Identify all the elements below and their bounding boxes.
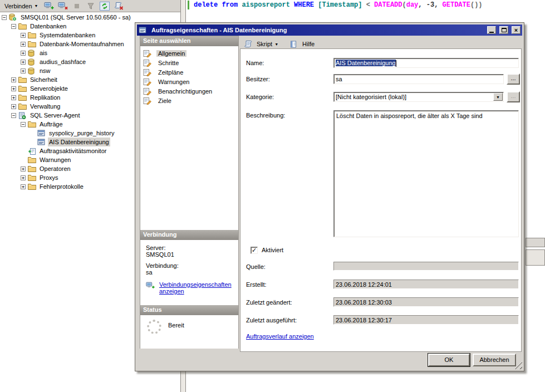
tree-item-label[interactable]: Proxys [38, 173, 60, 182]
expand-icon[interactable]: + [21, 33, 26, 38]
help-button[interactable]: Hilfe [288, 40, 316, 48]
expand-icon[interactable]: + [21, 166, 26, 171]
sidebar-page-label[interactable]: Zeitpläne [156, 69, 185, 76]
close-icon: × [514, 27, 518, 33]
expand-icon[interactable]: + [21, 51, 26, 56]
expand-icon[interactable]: + [11, 77, 16, 82]
connect-icon[interactable] [43, 1, 55, 11]
disconnect-icon[interactable] [57, 1, 68, 11]
name-value: AIS Datenbereinigung [336, 60, 396, 66]
category-browse-button[interactable]: ... [507, 91, 520, 102]
modified-field: 23.06.2018 12:30:03 [333, 297, 519, 307]
tree-item-label[interactable]: Verwaltung [29, 102, 61, 111]
name-input[interactable]: AIS Datenbereinigung [333, 58, 519, 68]
stop-icon[interactable] [71, 1, 82, 11]
collapse-icon[interactable]: − [11, 113, 16, 118]
indent-spacer [30, 131, 35, 136]
sidebar-page-zeitpläne[interactable]: Zeitpläne [140, 67, 238, 77]
expand-icon[interactable]: + [21, 175, 26, 180]
expand-icon[interactable]: + [11, 104, 16, 109]
tree-item[interactable]: −SMSQL01 (SQL Server 10.50.6560 - sa) [0, 13, 180, 22]
sql-token: GETDATE [443, 1, 470, 9]
expand-icon[interactable]: + [21, 68, 26, 74]
page-edit-icon [143, 50, 152, 57]
owner-value: sa [336, 76, 342, 82]
tree-item-label[interactable]: Datenbank-Momentaufnahmen [38, 40, 125, 48]
collapse-icon[interactable]: − [2, 15, 7, 20]
enabled-checkbox[interactable]: ✓ [251, 247, 258, 254]
folder-icon [18, 102, 27, 110]
connection-properties-link[interactable]: Verbindungseigenschaften anzeigen [159, 281, 230, 295]
agent-icon [18, 111, 27, 119]
collapse-icon[interactable]: − [21, 122, 26, 127]
close-button[interactable]: × [512, 26, 521, 34]
expand-icon[interactable]: + [11, 95, 16, 100]
job-history-link[interactable]: Auftragsverlauf anzeigen [246, 333, 314, 340]
script-error-icon[interactable] [113, 1, 124, 11]
expand-icon[interactable]: + [11, 86, 16, 91]
minimize-button[interactable] [487, 26, 496, 34]
executed-field: 23.06.2018 12:30:17 [333, 315, 519, 325]
tree-item-label[interactable]: ais [38, 48, 48, 57]
tree-item-label[interactable]: Sicherheit [29, 75, 58, 84]
page-edit-icon [143, 59, 152, 67]
sidebar-page-schritte[interactable]: Schritte [140, 58, 238, 67]
tree-item-label[interactable]: Auftragsaktivitätsmonitor [38, 146, 107, 155]
dialog-titlebar[interactable]: Auftragseigenschaften - AIS Datenbereini… [137, 24, 522, 36]
ok-button[interactable]: OK [428, 354, 470, 366]
tree-item-label[interactable]: Serverobjekte [29, 84, 69, 93]
help-icon [289, 40, 298, 48]
tree-item-label[interactable]: Replikation [29, 93, 61, 102]
monitor-icon [28, 147, 37, 155]
sidebar-page-label[interactable]: Ziele [156, 97, 173, 104]
sidebar-page-warnungen[interactable]: Warnungen [140, 77, 238, 86]
sidebar-page-label[interactable]: Schritte [156, 60, 180, 66]
sql-token: WHERE [294, 1, 318, 9]
pages-list[interactable]: AllgemeinSchritteZeitpläneWarnungenBenac… [140, 46, 238, 230]
database-icon [28, 58, 37, 66]
page-edit-icon [143, 97, 152, 105]
tree-item-label[interactable]: Datenbanken [29, 22, 67, 31]
sidebar-page-label[interactable]: Warnungen [156, 79, 191, 85]
folder-icon [28, 40, 37, 48]
description-textarea[interactable]: Löscht Daten in aisposreport, die älter … [333, 110, 519, 237]
sidebar-page-label[interactable]: Benachrichtigungen [156, 88, 214, 95]
sidebar-page-label[interactable]: Allgemein [156, 50, 186, 57]
owner-browse-button[interactable]: ... [507, 74, 520, 85]
sql-token: < [366, 1, 374, 9]
server-value: SMSQL01 [146, 251, 238, 258]
tree-item-label[interactable]: Warnungen [38, 155, 72, 164]
sql-statement[interactable]: delete from aisposreport WHERE [Timestam… [194, 1, 483, 9]
sidebar-page-ziele[interactable]: Ziele [140, 96, 238, 105]
sidebar-page-benachrichtigungen[interactable]: Benachrichtigungen [140, 86, 238, 96]
expand-icon[interactable]: + [21, 42, 26, 47]
tree-item-label[interactable]: Fehlerprotokolle [38, 182, 85, 191]
folder-icon [18, 76, 27, 84]
dropdown-arrow-icon[interactable]: ▼ [493, 93, 503, 101]
tree-item-label[interactable]: Systemdatenbanken [38, 31, 96, 40]
category-select[interactable]: [Nicht kategorisiert (lokal)] ▼ [333, 92, 504, 102]
tree-item-label[interactable]: Operatoren [38, 164, 72, 173]
collapse-icon[interactable]: − [11, 24, 16, 29]
filter-icon[interactable] [85, 1, 96, 11]
tree-item-label[interactable]: Aufträge [38, 120, 64, 129]
tree-item-label[interactable]: audius_dashface [38, 57, 87, 66]
tree-item-label[interactable]: AIS Datenbereinigung [48, 138, 110, 146]
script-button[interactable]: Skript ▼ [242, 40, 280, 48]
tree-item-label[interactable]: syspolicy_purge_history [48, 129, 115, 138]
background-window-fragment [526, 249, 545, 266]
maximize-button[interactable] [499, 26, 508, 34]
expand-icon[interactable]: + [21, 60, 26, 65]
folder-icon [28, 174, 37, 182]
owner-input[interactable]: sa [333, 74, 504, 84]
cancel-button[interactable]: Abbrechen [473, 354, 516, 366]
status-header: Status [140, 305, 238, 315]
connect-dropdown-button[interactable]: Verbinden ▼ [2, 2, 40, 10]
refresh-icon[interactable] [99, 1, 110, 11]
expand-icon[interactable]: + [21, 184, 26, 189]
tree-item-label[interactable]: SQL Server-Agent [29, 111, 81, 120]
chevron-down-icon: ▼ [274, 42, 278, 46]
tree-item-label[interactable]: SMSQL01 (SQL Server 10.50.6560 - sa) [19, 13, 132, 22]
sidebar-page-allgemein[interactable]: Allgemein [140, 48, 238, 58]
tree-item-label[interactable]: nsw [38, 66, 52, 75]
